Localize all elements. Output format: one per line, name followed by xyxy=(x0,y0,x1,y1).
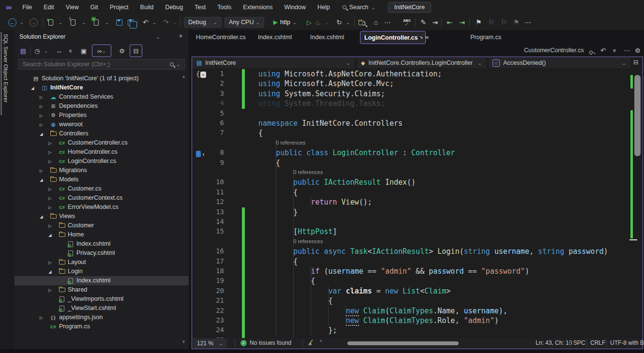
tab-index-cshtml[interactable]: Index.cshtml xyxy=(258,34,292,41)
tree-expanded-arrow-icon[interactable]: ◢ xyxy=(40,132,43,136)
tree-collapsed-arrow-icon[interactable]: ▷ xyxy=(48,187,52,191)
add-item-button[interactable]: + xyxy=(92,15,101,30)
gear-icon[interactable]: ⚙ xyxy=(635,47,641,54)
tree-item-errorviewmodel-cs[interactable]: ▷C#ErrorViewModel.cs xyxy=(15,203,189,212)
split-editor-icon[interactable]: ⊟ xyxy=(633,59,638,66)
tab-logincontroller-cs-active[interactable]: LoginController.cs× xyxy=(360,31,426,44)
tree-collapsed-arrow-icon[interactable]: ▷ xyxy=(48,205,52,210)
horizontal-scrollbar-thumb[interactable] xyxy=(347,341,459,345)
increase-indent-button[interactable]: ⇥ xyxy=(458,15,466,30)
tree-item-privacy-cshtml[interactable]: Privacy.cshtml xyxy=(15,249,189,258)
tree-item-models[interactable]: ◢Models xyxy=(15,175,189,184)
menu-item-test[interactable]: Test xyxy=(189,0,211,15)
tree-expanded-arrow-icon[interactable]: ◢ xyxy=(40,214,43,219)
menu-item-help[interactable]: Help xyxy=(312,0,336,15)
file-nesting-toggle[interactable]: ∞ ⌄ xyxy=(92,44,111,57)
tree-collapsed-arrow-icon[interactable]: ▷ xyxy=(48,141,52,146)
refresh-button[interactable]: ↻ xyxy=(335,15,344,30)
codelens-references[interactable]: 0 references xyxy=(293,238,323,244)
open-file-button[interactable]: ⇪ xyxy=(69,15,77,30)
tree-item-home[interactable]: ◢Home xyxy=(15,230,189,239)
tree-item-shared[interactable]: ▷Shared xyxy=(15,285,189,294)
sync-with-active-document-button[interactable]: ↔ xyxy=(54,44,64,57)
tree-expanded-arrow-icon[interactable]: ◢ xyxy=(31,86,34,90)
tree-collapsed-arrow-icon[interactable]: ▷ xyxy=(48,260,52,265)
navigate-backward-dropdown[interactable]: ⌄ xyxy=(18,15,25,30)
codelens-indicator[interactable]: 0 references xyxy=(192,138,643,148)
tree-collapsed-arrow-icon[interactable]: ▷ xyxy=(48,288,52,293)
undo-button[interactable]: ↶ xyxy=(141,15,150,30)
clear-bookmarks-button[interactable]: ⚑ xyxy=(512,15,521,30)
toolbar-overflow-button[interactable]: ⋯ xyxy=(383,15,392,30)
redo-button[interactable]: ↷ xyxy=(162,15,170,30)
chevron-down-icon[interactable]: ⌄ xyxy=(177,62,180,67)
platform-dropdown[interactable]: Any CPU⌄ xyxy=(225,17,264,28)
new-file-dropdown[interactable]: ⌄ xyxy=(57,15,64,30)
tree-collapsed-arrow-icon[interactable]: ▷ xyxy=(40,315,43,320)
undo-navigation-icon[interactable]: ↶ xyxy=(600,47,606,54)
codelens-references[interactable]: 0 references xyxy=(293,169,323,175)
tree-collapsed-arrow-icon[interactable]: ▷ xyxy=(40,168,43,173)
pending-changes-filter-button[interactable]: ◷ xyxy=(33,44,42,57)
solution-explorer-search[interactable]: ⌄ xyxy=(18,59,185,70)
settings-gear-icon[interactable]: ⚙ xyxy=(117,44,127,57)
pin-icon[interactable] xyxy=(589,48,593,56)
tree-item-customer-cs[interactable]: ▷C#Customer.cs xyxy=(15,184,189,193)
solution-badge[interactable]: InitNetCore xyxy=(388,2,431,13)
save-button[interactable] xyxy=(114,15,124,30)
tree-expanded-arrow-icon[interactable]: ◢ xyxy=(48,233,52,237)
bookmark-overflow-button[interactable]: ⋯ xyxy=(524,15,532,30)
search-input[interactable] xyxy=(19,61,170,68)
tree-collapsed-arrow-icon[interactable]: ▷ xyxy=(48,159,52,164)
start-without-debugging-button[interactable]: ▷ xyxy=(305,15,314,30)
tree-item-solution-initnetcore-1-of-1-project[interactable]: ▤Solution 'InitNetCore' (1 of 1 project) xyxy=(15,74,189,83)
toggle-bookmark-button[interactable]: ⚑ xyxy=(474,15,483,30)
add-item-dropdown[interactable]: ⌄ xyxy=(104,15,110,30)
tree-item-customercontext-cs[interactable]: ▷C#CustomerContext.cs xyxy=(15,193,189,203)
issues-status[interactable]: No issues found xyxy=(250,339,291,346)
scroll-down-arrow-icon[interactable]: ▼ xyxy=(181,339,186,344)
tab-program-cs[interactable]: Program.cs xyxy=(470,34,501,41)
new-file-button[interactable]: + xyxy=(46,15,55,30)
menu-item-window[interactable]: Window xyxy=(279,0,312,15)
pin-icon[interactable] xyxy=(420,36,423,39)
search-menu[interactable]: Search ⌄ xyxy=(343,4,375,11)
menu-item-tools[interactable]: Tools xyxy=(211,0,237,15)
menu-item-git[interactable]: Git xyxy=(85,0,104,15)
chevron-up-icon[interactable]: ⌃ xyxy=(319,339,323,345)
overflow-icon[interactable]: ⋯ xyxy=(624,47,630,54)
breadcrumb-project-dropdown[interactable]: ▤ InitNetCore ⌄ xyxy=(193,58,354,68)
hot-reload-dropdown[interactable]: ⌄ xyxy=(323,15,330,30)
suggestion-margin-icon[interactable]: {▸ xyxy=(196,70,206,78)
next-bookmark-button[interactable]: ⚐ xyxy=(499,15,508,30)
tree-collapsed-arrow-icon[interactable]: ▷ xyxy=(48,150,52,155)
close-icon[interactable]: × xyxy=(613,47,616,54)
tree-item-dependencies[interactable]: ▷⊞Dependencies xyxy=(15,102,189,111)
code-editor[interactable]: {▸1using Microsoft.AspNetCore.Authentica… xyxy=(192,69,643,338)
tree-item-login[interactable]: ◢Login xyxy=(15,267,189,276)
breadcrumb-member-dropdown[interactable]: ◇ AccessDenied() ⌄ xyxy=(489,58,630,68)
navigate-forward-button[interactable]: → xyxy=(28,15,39,30)
start-debugging-button[interactable]: ▶http⌄ xyxy=(268,15,302,30)
tree-item-index-cshtml[interactable]: Index.cshtml xyxy=(15,276,189,285)
tree-item-controllers[interactable]: ◢Controllers xyxy=(15,129,189,138)
save-all-button[interactable] xyxy=(125,15,136,30)
tree-item-customercontroller-cs[interactable]: ▷C#CustomerController.cs xyxy=(15,138,189,147)
tree-collapsed-arrow-icon[interactable]: ▷ xyxy=(40,104,43,109)
tree-item-appsettings-json[interactable]: ▷{ }appsettings.json xyxy=(15,313,189,322)
tab-customercontroller[interactable]: CustomerController.cs xyxy=(524,47,584,54)
tree-item-viewstart-cshtml[interactable]: _ViewStart.cshtml xyxy=(15,304,189,313)
switch-views-button[interactable]: ▤ xyxy=(18,44,28,57)
hot-reload-icon[interactable]: ♨ xyxy=(314,15,322,30)
navigate-backward-button[interactable]: ← xyxy=(7,15,17,30)
tree-item-program-cs[interactable]: C#Program.cs xyxy=(15,322,189,331)
format-indent-button[interactable]: ⇥ xyxy=(431,15,439,30)
tree-collapsed-arrow-icon[interactable]: ▷ xyxy=(40,122,43,127)
menu-item-extensions[interactable]: Extensions xyxy=(237,0,278,15)
decrease-indent-button[interactable]: ⇤ xyxy=(445,15,454,30)
tree-collapsed-arrow-icon[interactable]: ▷ xyxy=(48,196,52,201)
toggle-comment-button[interactable]: ✎ xyxy=(419,15,428,30)
filter-dropdown[interactable]: ⌄ xyxy=(43,44,49,57)
tree-item-connected-services[interactable]: ▷☁Connected Services xyxy=(15,92,189,102)
spell-check-button[interactable]: ABC✓ xyxy=(402,15,412,30)
